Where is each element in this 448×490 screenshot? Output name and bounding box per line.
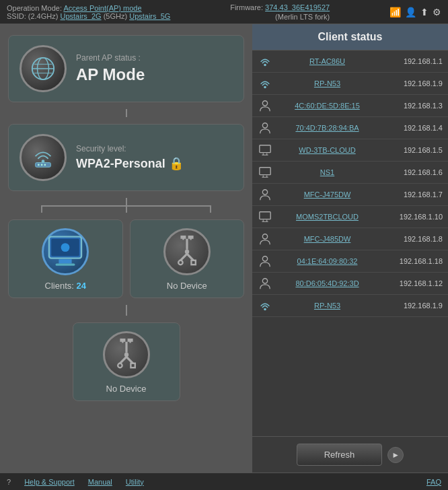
no-device-1-icon <box>163 228 211 275</box>
svg-line-32 <box>126 357 133 363</box>
svg-point-52 <box>262 234 267 239</box>
next-arrow-button[interactable]: ► <box>387 447 404 463</box>
row-type-icon <box>258 187 272 202</box>
client-row: MFC-J475DW 192.168.1.7 <box>252 184 448 206</box>
svg-point-15 <box>185 250 189 254</box>
client-name[interactable]: WD-3TB-CLOUD <box>276 146 378 154</box>
svg-rect-24 <box>191 260 195 265</box>
ssid-24-link[interactable]: Upstairs_2G <box>60 12 101 20</box>
client-ip: 192.168.1.5 <box>382 146 443 154</box>
row-type-icon <box>258 276 272 291</box>
svg-point-9 <box>44 164 46 166</box>
client-name[interactable]: 4C:60:DE:5D:8E:15 <box>276 102 378 110</box>
help-support-link[interactable]: Help & Support <box>24 478 75 486</box>
svg-point-8 <box>41 164 43 166</box>
settings-icon: ⚙ <box>433 7 441 18</box>
parent-ap-card: Parent AP status : AP Mode <box>8 35 244 102</box>
client-ip: 192.168.1.4 <box>382 124 443 132</box>
bottom-bar: ? Help & Support Manual Utility FAQ <box>0 473 448 490</box>
client-row: 04:1E:64:09:80:32 192.168.1.18 <box>252 250 448 273</box>
svg-point-55 <box>264 308 266 311</box>
row-type-icon <box>258 298 272 313</box>
row-type-icon <box>258 209 272 224</box>
no-device-2-wrapper: No Device <box>8 322 244 401</box>
svg-point-33 <box>118 363 122 368</box>
svg-point-35 <box>264 64 266 67</box>
client-row: WD-3TB-CLOUD 192.168.1.5 <box>252 139 448 162</box>
client-name[interactable]: RP-N53 <box>276 79 378 88</box>
client-name[interactable]: 70:4D:7B:28:94:BA <box>276 124 378 132</box>
help-support-icon: ? <box>7 478 11 486</box>
connector-2 <box>8 198 244 213</box>
top-bar-left: Operation Mode: Access Point(AP) mode SS… <box>7 4 170 20</box>
svg-point-37 <box>262 101 267 106</box>
client-name[interactable]: 04:1E:64:09:80:32 <box>276 257 378 265</box>
operation-mode-link[interactable]: Access Point(AP) mode <box>63 4 141 12</box>
refresh-button[interactable]: Refresh <box>297 444 383 466</box>
client-name[interactable]: RT-AC86U <box>276 57 378 65</box>
client-name[interactable]: RP-N53 <box>276 302 378 310</box>
svg-rect-12 <box>56 264 75 266</box>
client-name[interactable]: NS1 <box>276 168 378 176</box>
security-card: Security level: WPA2-Personal 🔒 <box>8 124 244 191</box>
utility-link[interactable]: Utility <box>126 478 144 486</box>
svg-line-22 <box>187 254 194 260</box>
svg-point-38 <box>262 123 267 128</box>
row-type-icon <box>258 98 272 113</box>
client-ip: 192.168.1.8 <box>382 235 443 243</box>
client-name[interactable]: 80:D6:05:4D:92:3D <box>276 279 378 287</box>
row-type-icon <box>258 76 272 91</box>
svg-point-47 <box>262 190 267 195</box>
no-device-1-label: No Device <box>167 281 207 291</box>
no-device-2-icon <box>103 331 150 378</box>
no-device-1-card: No Device <box>130 219 245 298</box>
security-card-text: Security level: WPA2-Personal 🔒 <box>76 144 184 171</box>
svg-rect-34 <box>130 363 135 368</box>
operation-mode-label: Operation Mode: <box>7 4 62 12</box>
firmware-info: Firmware: 374.43_36E419527 <box>230 3 330 11</box>
svg-line-31 <box>120 357 126 363</box>
row-type-icon <box>258 232 272 246</box>
row-type-icon <box>258 54 272 69</box>
client-row: RT-AC86U 192.168.1.1 <box>252 50 448 73</box>
row-type-icon <box>258 120 272 135</box>
svg-rect-39 <box>260 145 270 153</box>
client-row: MOMS2TBCLOUD 192.168.1.10 <box>252 206 448 228</box>
client-ip: 192.168.1.1 <box>382 57 443 65</box>
client-ip: 192.168.1.10 <box>382 213 443 221</box>
parent-ap-value: AP Mode <box>76 65 145 84</box>
security-value: WPA2-Personal 🔒 <box>76 156 184 171</box>
client-ip: 192.168.1.18 <box>382 257 443 265</box>
connector-3 <box>8 305 244 316</box>
ssid-5g-link[interactable]: Upstairs_5G <box>129 12 170 20</box>
client-row: RP-N53 192.168.1.9 <box>252 73 448 95</box>
client-name[interactable]: MOMS2TBCLOUD <box>276 213 378 221</box>
bottom-row: Clients: 24 <box>8 219 244 298</box>
security-level-label: Security level: <box>76 144 184 153</box>
svg-point-25 <box>124 353 128 357</box>
firmware-fork: (Merlin LTS fork) <box>275 13 330 21</box>
svg-rect-11 <box>59 259 72 263</box>
firmware-label: Firmware: <box>230 3 263 11</box>
client-ip: 192.168.1.12 <box>382 279 443 287</box>
top-bar: Operation Mode: Access Point(AP) mode SS… <box>0 0 448 24</box>
client-ip: 192.168.1.7 <box>382 190 443 199</box>
faq-link[interactable]: FAQ <box>426 478 441 486</box>
clients-card: Clients: 24 <box>8 219 123 298</box>
row-type-icon <box>258 254 272 269</box>
usb-icon: ⬆ <box>420 7 428 18</box>
row-type-icon <box>258 143 272 158</box>
svg-point-36 <box>264 86 266 89</box>
row-type-icon <box>258 165 272 180</box>
client-name[interactable]: MFC-J475DW <box>276 190 378 199</box>
firmware-version-link[interactable]: 374.43_36E419527 <box>265 3 330 11</box>
user-icon: 👤 <box>405 7 416 18</box>
right-panel: Client status RT-AC86U 192.168.1.1 RP-N5… <box>252 24 448 473</box>
client-ip: 192.168.1.9 <box>382 302 443 310</box>
client-row: 70:4D:7B:28:94:BA 192.168.1.4 <box>252 117 448 139</box>
ap-icon-circle <box>20 45 67 92</box>
client-name[interactable]: MFC-J485DW <box>276 235 378 243</box>
client-row: RP-N53 192.168.1.9 <box>252 295 448 317</box>
manual-link[interactable]: Manual <box>88 478 112 486</box>
svg-point-23 <box>178 260 182 265</box>
